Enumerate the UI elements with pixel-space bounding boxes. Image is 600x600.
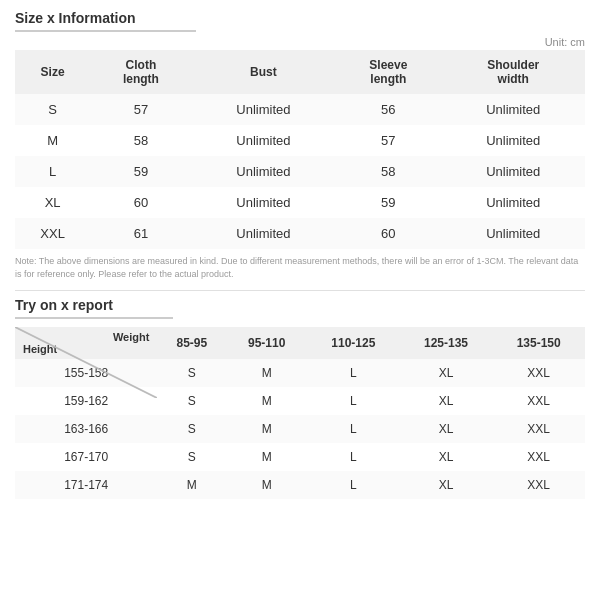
cell-size-val: S xyxy=(157,359,226,387)
cell-cloth: 60 xyxy=(90,187,192,218)
cell-size-val: L xyxy=(307,443,400,471)
cell-cloth: 58 xyxy=(90,125,192,156)
cell-bust: Unlimited xyxy=(192,187,336,218)
table-row: M 58 Unlimited 57 Unlimited xyxy=(15,125,585,156)
height-label: Height xyxy=(19,343,153,355)
cell-size-val: M xyxy=(226,387,307,415)
table-row: S 57 Unlimited 56 Unlimited xyxy=(15,94,585,125)
cell-size-val: XXL xyxy=(492,443,585,471)
cell-bust: Unlimited xyxy=(192,156,336,187)
cell-size-val: S xyxy=(157,415,226,443)
unit-label: Unit: cm xyxy=(15,36,585,48)
cell-size-val: S xyxy=(157,387,226,415)
cell-size: S xyxy=(15,94,90,125)
cell-size-val: M xyxy=(226,443,307,471)
weight-label: Weight xyxy=(19,331,153,343)
size-table-header: Size Clothlength Bust Sleevelength Shoul… xyxy=(15,50,585,94)
cell-size-val: XL xyxy=(400,443,493,471)
table-row: XXL 61 Unlimited 60 Unlimited xyxy=(15,218,585,249)
cell-sleeve: 56 xyxy=(335,94,441,125)
cell-bust: Unlimited xyxy=(192,94,336,125)
section1-title: Size x Information xyxy=(15,10,196,32)
cell-size-val: XL xyxy=(400,415,493,443)
cell-height: 155-158 xyxy=(15,359,157,387)
table-row: 167-170SMLXLXXL xyxy=(15,443,585,471)
cell-size-val: XL xyxy=(400,359,493,387)
cell-size-val: M xyxy=(157,471,226,499)
cell-shoulder: Unlimited xyxy=(441,218,585,249)
cell-cloth: 61 xyxy=(90,218,192,249)
cell-sleeve: 57 xyxy=(335,125,441,156)
col-shoulder: Shoulderwidth xyxy=(441,50,585,94)
cell-size-val: L xyxy=(307,415,400,443)
page: Size x Information Unit: cm Size Clothle… xyxy=(0,0,600,600)
col-95-110: 95-110 xyxy=(226,327,307,359)
cell-height: 171-174 xyxy=(15,471,157,499)
cell-sleeve: 60 xyxy=(335,218,441,249)
col-85-95: 85-95 xyxy=(157,327,226,359)
cell-height: 167-170 xyxy=(15,443,157,471)
cell-size-val: XXL xyxy=(492,471,585,499)
cell-bust: Unlimited xyxy=(192,218,336,249)
divider xyxy=(15,290,585,291)
size-table: Size Clothlength Bust Sleevelength Shoul… xyxy=(15,50,585,249)
cell-size: M xyxy=(15,125,90,156)
note-text: Note: The above dimensions are measured … xyxy=(15,255,585,280)
col-bust: Bust xyxy=(192,50,336,94)
col-cloth: Clothlength xyxy=(90,50,192,94)
cell-shoulder: Unlimited xyxy=(441,125,585,156)
cell-size-val: M xyxy=(226,415,307,443)
cell-bust: Unlimited xyxy=(192,125,336,156)
cell-size-val: L xyxy=(307,359,400,387)
col-sleeve: Sleevelength xyxy=(335,50,441,94)
table-row: 171-174MMLXLXXL xyxy=(15,471,585,499)
cell-cloth: 59 xyxy=(90,156,192,187)
cell-size-val: XXL xyxy=(492,415,585,443)
col-size: Size xyxy=(15,50,90,94)
tryon-header: Weight Height 85-95 95-110 110-125 125-1… xyxy=(15,327,585,359)
cell-shoulder: Unlimited xyxy=(441,187,585,218)
col-125-135: 125-135 xyxy=(400,327,493,359)
cell-size-val: L xyxy=(307,471,400,499)
section1: Size x Information Unit: cm Size Clothle… xyxy=(15,10,585,280)
cell-size-val: L xyxy=(307,387,400,415)
section2-title: Try on x report xyxy=(15,297,173,319)
cell-size-val: XL xyxy=(400,471,493,499)
table-row: 163-166SMLXLXXL xyxy=(15,415,585,443)
cell-cloth: 57 xyxy=(90,94,192,125)
cell-size: L xyxy=(15,156,90,187)
th-diagonal: Weight Height xyxy=(15,327,157,359)
col-110-125: 110-125 xyxy=(307,327,400,359)
table-row: 155-158SMLXLXXL xyxy=(15,359,585,387)
cell-height: 159-162 xyxy=(15,387,157,415)
cell-size-val: XXL xyxy=(492,387,585,415)
section2: Try on x report Weight Height 85-95 95-1… xyxy=(15,297,585,499)
table-row: L 59 Unlimited 58 Unlimited xyxy=(15,156,585,187)
col-135-150: 135-150 xyxy=(492,327,585,359)
cell-size: XL xyxy=(15,187,90,218)
cell-sleeve: 58 xyxy=(335,156,441,187)
tryon-table: Weight Height 85-95 95-110 110-125 125-1… xyxy=(15,327,585,499)
cell-size-val: M xyxy=(226,359,307,387)
cell-shoulder: Unlimited xyxy=(441,156,585,187)
cell-size-val: XXL xyxy=(492,359,585,387)
cell-size: XXL xyxy=(15,218,90,249)
cell-height: 163-166 xyxy=(15,415,157,443)
cell-size-val: M xyxy=(226,471,307,499)
cell-sleeve: 59 xyxy=(335,187,441,218)
cell-shoulder: Unlimited xyxy=(441,94,585,125)
table-row: XL 60 Unlimited 59 Unlimited xyxy=(15,187,585,218)
cell-size-val: S xyxy=(157,443,226,471)
cell-size-val: XL xyxy=(400,387,493,415)
table-row: 159-162SMLXLXXL xyxy=(15,387,585,415)
